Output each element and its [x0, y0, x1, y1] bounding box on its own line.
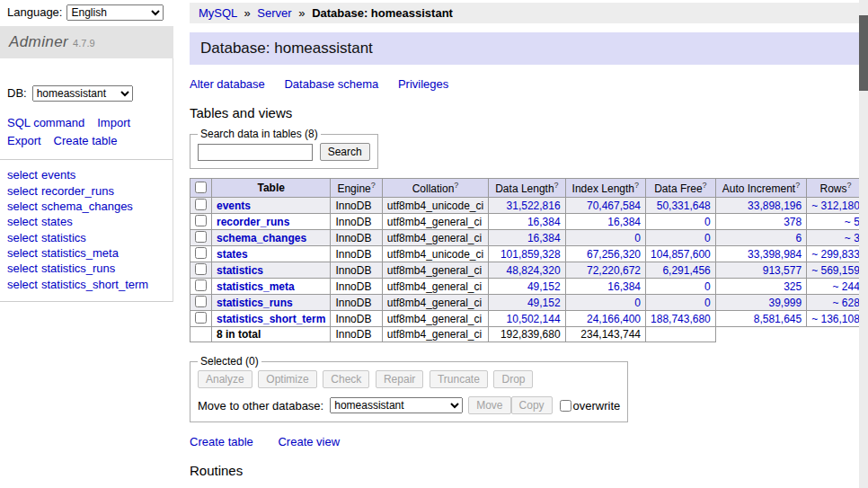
index-length-link[interactable]: 70,467,584 [587, 200, 641, 212]
table-link[interactable]: statistics_meta [41, 246, 119, 260]
select-link[interactable]: select [7, 246, 38, 260]
data-length-link[interactable]: 16,384 [527, 216, 561, 228]
help-link[interactable]: ? [634, 181, 639, 190]
row-checkbox[interactable] [195, 263, 207, 275]
data-length-link[interactable]: 101,859,328 [500, 248, 561, 261]
help-link[interactable]: ? [795, 181, 800, 190]
scrollbar-thumb[interactable] [859, 15, 868, 91]
table-link[interactable]: statistics_runs [41, 262, 115, 275]
data-length-link[interactable]: 49,152 [527, 297, 561, 309]
create-view-link[interactable]: Create view [278, 435, 340, 448]
optimize-button[interactable]: Optimize [258, 370, 316, 388]
data-free-link[interactable]: 0 [704, 297, 711, 309]
auto-increment-link[interactable]: 6 [795, 232, 802, 244]
rows-count-link[interactable]: ~ 569,159 [811, 264, 860, 277]
help-link[interactable]: ? [371, 181, 376, 190]
auto-increment-link[interactable]: 913,577 [763, 264, 802, 277]
auto-increment-link[interactable]: 325 [784, 280, 802, 293]
breadcrumb-server-link[interactable]: Server [257, 6, 291, 20]
table-name-link[interactable]: statistics_short_term [217, 313, 325, 325]
table-name-link[interactable]: states [217, 248, 248, 261]
row-checkbox[interactable] [195, 279, 207, 291]
analyze-button[interactable]: Analyze [198, 370, 252, 388]
index-length-link[interactable]: 72,220,672 [587, 264, 641, 277]
select-link[interactable]: select [7, 278, 38, 291]
table-name-link[interactable]: schema_changes [217, 232, 306, 244]
table-link[interactable]: statistics_short_term [41, 278, 148, 291]
data-free-link[interactable]: 0 [704, 216, 711, 228]
language-select[interactable]: English [66, 4, 164, 21]
privileges-link[interactable]: Privileges [398, 77, 448, 91]
table-link[interactable]: states [41, 215, 73, 228]
rows-count-link[interactable]: ~ 3 [845, 232, 860, 244]
data-length-link[interactable]: 31,522,816 [507, 200, 561, 212]
help-link[interactable]: ? [847, 181, 852, 190]
auto-increment-link[interactable]: 8,581,645 [754, 313, 802, 325]
index-length-link[interactable]: 16,384 [607, 216, 641, 228]
index-length-link[interactable]: 24,166,400 [587, 313, 641, 325]
data-free-link[interactable]: 188,743,680 [651, 313, 711, 325]
breadcrumb-mysql-link[interactable]: MySQL [199, 6, 237, 20]
auto-increment-link[interactable]: 378 [784, 216, 802, 228]
row-checkbox[interactable] [195, 215, 207, 226]
repair-button[interactable]: Repair [376, 370, 423, 388]
index-length-link[interactable]: 16,384 [607, 280, 641, 293]
copy-button[interactable]: Copy [511, 396, 553, 414]
alter-database-link[interactable]: Alter database [190, 77, 265, 91]
select-link[interactable]: select [7, 215, 38, 228]
data-free-link[interactable]: 0 [704, 232, 711, 244]
drop-button[interactable]: Drop [493, 370, 533, 388]
create-table-sidebar-link[interactable]: Create table [54, 134, 118, 147]
table-link[interactable]: recorder_runs [41, 184, 114, 198]
index-length-link[interactable]: 0 [634, 297, 641, 309]
rows-count-link[interactable]: ~ 628 [833, 297, 860, 309]
data-free-link[interactable]: 104,857,600 [651, 248, 711, 261]
auto-increment-link[interactable]: 33,398,984 [748, 248, 802, 261]
table-name-link[interactable]: events [217, 200, 251, 212]
data-free-link[interactable]: 0 [704, 280, 711, 293]
select-link[interactable]: select [7, 262, 38, 275]
data-length-link[interactable]: 49,152 [527, 280, 561, 293]
rows-count-link[interactable]: ~ 312,180 [811, 200, 860, 212]
search-input[interactable] [198, 144, 313, 161]
table-link[interactable]: schema_changes [41, 200, 133, 213]
index-length-link[interactable]: 67,256,320 [587, 248, 641, 261]
check-button[interactable]: Check [323, 370, 369, 388]
rows-count-link[interactable]: ~ 299,833 [811, 248, 860, 261]
create-table-link[interactable]: Create table [190, 435, 253, 448]
data-free-link[interactable]: 6,291,456 [662, 264, 710, 277]
rows-count-link[interactable]: ~ 136,108 [811, 313, 860, 325]
sql-command-link[interactable]: SQL command [7, 116, 84, 129]
move-db-select[interactable]: homeassistant [330, 397, 463, 413]
overwrite-checkbox[interactable] [560, 400, 571, 412]
help-link[interactable]: ? [454, 181, 458, 190]
row-checkbox[interactable] [195, 247, 207, 259]
row-checkbox[interactable] [195, 312, 207, 324]
table-name-link[interactable]: statistics_runs [217, 297, 293, 309]
table-name-link[interactable]: statistics [217, 264, 263, 277]
data-length-link[interactable]: 48,824,320 [507, 264, 561, 277]
select-link[interactable]: select [7, 184, 38, 198]
table-link[interactable]: statistics [41, 231, 86, 244]
rows-count-link[interactable]: ~ 5 [845, 216, 860, 228]
database-schema-link[interactable]: Database schema [284, 77, 378, 91]
help-link[interactable]: ? [703, 181, 707, 190]
import-link[interactable]: Import [97, 116, 130, 129]
select-all-checkbox[interactable] [195, 182, 207, 193]
move-button[interactable]: Move [468, 396, 510, 414]
select-link[interactable]: select [7, 200, 38, 213]
data-length-link[interactable]: 16,384 [527, 232, 561, 244]
db-select[interactable]: homeassistant [32, 85, 133, 102]
index-length-link[interactable]: 0 [634, 232, 641, 244]
truncate-button[interactable]: Truncate [430, 370, 488, 388]
row-checkbox[interactable] [195, 296, 207, 307]
data-length-link[interactable]: 10,502,144 [507, 313, 561, 325]
rows-count-link[interactable]: ~ 244 [833, 280, 860, 293]
auto-increment-link[interactable]: 33,898,196 [748, 200, 802, 212]
data-free-link[interactable]: 50,331,648 [657, 200, 711, 212]
export-link[interactable]: Export [7, 134, 41, 147]
table-name-link[interactable]: recorder_runs [217, 216, 289, 228]
vertical-scrollbar[interactable] [859, 0, 868, 488]
row-checkbox[interactable] [195, 199, 207, 210]
table-name-link[interactable]: statistics_meta [217, 280, 295, 293]
